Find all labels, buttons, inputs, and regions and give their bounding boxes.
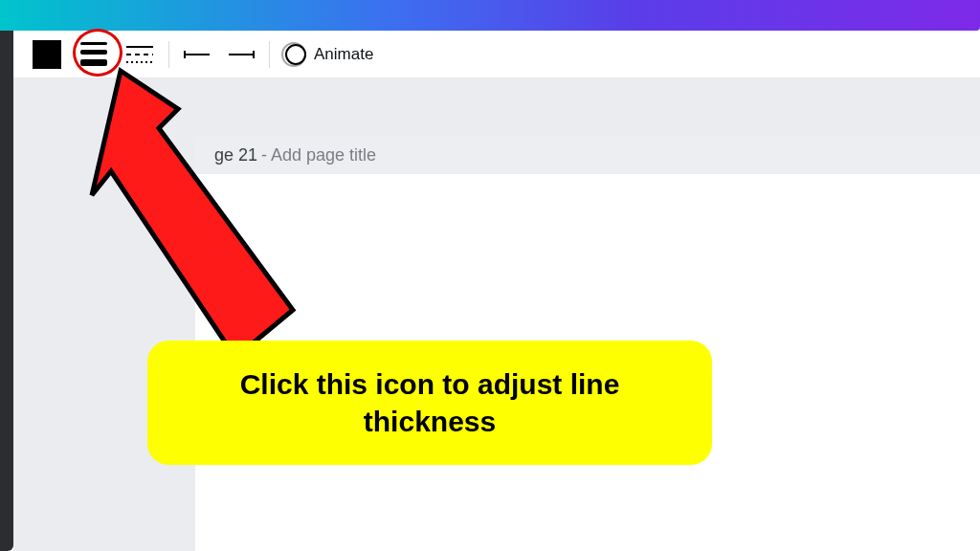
canvas-background: ge 21 - Add page title xyxy=(13,78,980,551)
page-title-placeholder: - Add page title xyxy=(261,145,376,165)
line-color-button[interactable] xyxy=(23,31,71,78)
page-number-label: ge 21 xyxy=(214,145,257,165)
line-end-button[interactable] xyxy=(219,31,263,78)
left-app-strip xyxy=(0,0,13,551)
callout-text: Click this icon to adjust line thickness xyxy=(186,365,674,440)
line-style-button[interactable] xyxy=(117,31,163,78)
instruction-callout: Click this icon to adjust line thickness xyxy=(147,341,712,465)
line-end-icon xyxy=(229,54,254,55)
toolbar-divider xyxy=(269,41,270,68)
page-header-bar[interactable]: ge 21 - Add page title xyxy=(195,136,980,174)
line-weight-button[interactable] xyxy=(71,31,117,78)
editor-toolbar: Animate xyxy=(13,31,980,78)
color-swatch-icon xyxy=(33,40,61,69)
animate-button[interactable]: Animate xyxy=(276,31,383,78)
line-style-icon xyxy=(126,46,153,63)
toolbar-divider xyxy=(168,41,169,68)
line-start-icon xyxy=(185,54,210,55)
top-brand-gradient xyxy=(0,0,980,31)
animate-label: Animate xyxy=(314,45,373,64)
line-start-button[interactable] xyxy=(175,31,219,78)
line-weight-icon xyxy=(80,42,107,66)
animate-icon xyxy=(285,44,306,65)
